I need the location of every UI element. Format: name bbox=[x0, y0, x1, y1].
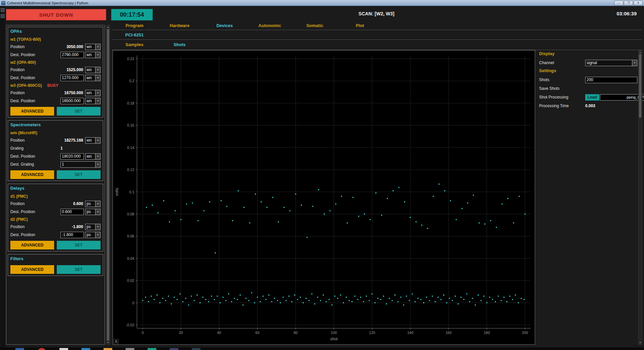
taskbar-icon[interactable] bbox=[170, 348, 178, 350]
tab-pci-6251[interactable]: PCI-6251 bbox=[112, 30, 157, 39]
svg-text:0.04: 0.04 bbox=[127, 256, 134, 260]
tab-hardware[interactable]: Hardware bbox=[157, 21, 202, 30]
dropdown-arrow-icon: ▼ bbox=[95, 44, 100, 50]
w2-dest-position-input[interactable] bbox=[60, 75, 84, 81]
tab-plot[interactable]: Plot bbox=[337, 21, 382, 30]
scroll-down-icon[interactable]: ▼ bbox=[107, 341, 110, 344]
w1-position-unit-select[interactable]: wn▼ bbox=[85, 44, 101, 50]
position-label: Position bbox=[10, 224, 59, 229]
position-label: Position bbox=[10, 67, 59, 72]
save-shots-row: Save Shots bbox=[539, 84, 637, 93]
d1-position-unit-select[interactable]: ps▼ bbox=[85, 201, 101, 207]
processing-file-field[interactable] bbox=[600, 94, 644, 101]
position-label: Position bbox=[10, 91, 59, 95]
tab-somatic[interactable]: Somatic bbox=[292, 21, 337, 30]
dropdown-arrow-icon: ▼ bbox=[95, 98, 100, 104]
dropdown-arrow-icon: ▼ bbox=[632, 60, 637, 66]
w3-position-unit-select[interactable]: wn▼ bbox=[85, 90, 101, 96]
taskbar-icon[interactable] bbox=[126, 348, 134, 350]
position-label: Position bbox=[10, 201, 59, 206]
scroll-up-icon[interactable]: ▲ bbox=[639, 50, 642, 54]
svg-text:shot: shot bbox=[330, 337, 338, 341]
dest-grating-label: Dest. Grating bbox=[10, 162, 59, 167]
wm-position-value: 18275.168 bbox=[60, 138, 84, 143]
tab-samples[interactable]: Samples bbox=[112, 40, 157, 50]
delays-set-button[interactable]: SET bbox=[57, 241, 101, 249]
w1-dest-position-input[interactable] bbox=[60, 52, 84, 58]
svg-text:0.16: 0.16 bbox=[127, 123, 134, 127]
opas-title: OPAs bbox=[10, 29, 101, 36]
autoscale-button[interactable]: A bbox=[114, 339, 119, 344]
filters-set-button[interactable]: SET bbox=[57, 265, 101, 274]
scroll-down-icon[interactable]: ▼ bbox=[639, 341, 642, 344]
w3-dest-unit-select[interactable]: wn▼ bbox=[85, 98, 101, 104]
d2-dest-unit-select[interactable]: ps▼ bbox=[85, 232, 101, 238]
svg-text:100: 100 bbox=[331, 331, 337, 335]
dest-position-label: Dest. Position bbox=[10, 232, 59, 237]
w2-dest-unit-select[interactable]: wn▼ bbox=[85, 75, 101, 81]
wm-dest-grating-select[interactable]: 1▼ bbox=[60, 161, 101, 168]
dropdown-arrow-icon: ▼ bbox=[95, 209, 100, 215]
background-icon bbox=[1, 14, 5, 18]
tab-shots[interactable]: Shots bbox=[157, 40, 202, 50]
w1-position-value: 3050.000 bbox=[60, 44, 84, 49]
sidebar-scrollbar[interactable]: ▲ ▼ bbox=[106, 25, 110, 345]
taskbar-icon[interactable] bbox=[104, 348, 112, 350]
w2-name: w2 (OPA-800) bbox=[10, 60, 36, 65]
scrollbar-thumb[interactable] bbox=[107, 29, 109, 341]
dropdown-arrow-icon: ▼ bbox=[95, 138, 100, 143]
close-button[interactable]: ✕ bbox=[634, 1, 643, 5]
svg-text:20: 20 bbox=[179, 331, 183, 335]
wm-position-unit-select[interactable]: wn▼ bbox=[85, 137, 101, 144]
load-script-button[interactable]: Load bbox=[585, 94, 599, 101]
desktop-edge-strip bbox=[0, 6, 5, 347]
w3-name: w3 (OPA-800CG) bbox=[10, 83, 42, 88]
w1-dest-unit-select[interactable]: wn▼ bbox=[85, 52, 101, 58]
w2-position-unit-select[interactable]: wn▼ bbox=[85, 67, 101, 73]
wm-dest-position-input[interactable] bbox=[60, 153, 84, 160]
channel-label: Channel bbox=[539, 60, 585, 65]
taskbar-icon[interactable] bbox=[37, 348, 46, 350]
tab-autonomic[interactable]: Autonomic bbox=[247, 21, 292, 30]
filters-advanced-button[interactable]: ADVANCED bbox=[10, 265, 54, 274]
taskbar-icon[interactable] bbox=[148, 348, 156, 350]
w3-busy-badge: BUSY bbox=[47, 83, 58, 88]
taskbar-icon[interactable] bbox=[82, 348, 90, 350]
taskbar-icon[interactable] bbox=[59, 348, 68, 350]
wm-dest-unit-select[interactable]: wn▼ bbox=[85, 153, 101, 160]
svg-text:60: 60 bbox=[255, 331, 259, 335]
taskbar-icon[interactable] bbox=[192, 348, 200, 350]
main-nav: Program Hardware Devices Autonomic Somat… bbox=[112, 21, 642, 30]
maximize-button[interactable]: ❐ bbox=[624, 1, 633, 5]
main-window: SHUT DOWN 00:17:54 SCAN: [W2, W3] 03:06:… bbox=[0, 6, 644, 347]
dropdown-arrow-icon: ▼ bbox=[95, 224, 100, 230]
shutdown-button[interactable]: SHUT DOWN bbox=[6, 9, 106, 20]
d1-dest-position-input[interactable] bbox=[60, 209, 84, 215]
spectrometers-set-button[interactable]: SET bbox=[57, 170, 101, 179]
opas-advanced-button[interactable]: ADVANCED bbox=[10, 107, 54, 116]
w2-position-value: 1525.000 bbox=[60, 67, 84, 72]
d2-dest-position-input[interactable] bbox=[60, 232, 84, 238]
d2-position-unit-select[interactable]: ps▼ bbox=[85, 224, 101, 230]
wm-grating-row: Grating 1 bbox=[10, 144, 101, 152]
scroll-up-icon[interactable]: ▲ bbox=[107, 25, 110, 29]
wm-grating-value: 1 bbox=[60, 146, 84, 151]
shots-input[interactable] bbox=[585, 77, 637, 83]
d1-dest-unit-select[interactable]: ps▼ bbox=[85, 209, 101, 215]
taskbar-icon[interactable] bbox=[15, 348, 24, 350]
wm-name: wm (MicroHR) bbox=[10, 131, 37, 135]
spectrometers-advanced-button[interactable]: ADVANCED bbox=[10, 170, 54, 179]
dest-position-label: Dest. Position bbox=[10, 209, 59, 214]
tab-program[interactable]: Program bbox=[112, 21, 157, 30]
tab-devices[interactable]: Devices bbox=[202, 21, 247, 30]
device-tabs: PCI-6251 bbox=[112, 30, 642, 40]
main-scrollbar[interactable]: ▲ ▼ bbox=[638, 50, 642, 345]
scrollbar-thumb[interactable] bbox=[639, 54, 641, 118]
shots-scatter-plot[interactable]: 0204060801001201401601802000.220.20.180.… bbox=[113, 50, 535, 345]
opas-set-button[interactable]: SET bbox=[57, 107, 101, 116]
minimize-button[interactable]: — bbox=[614, 1, 623, 5]
system-clock: 03:06:39 bbox=[617, 11, 637, 16]
channel-select[interactable]: signal▼ bbox=[585, 60, 637, 66]
delays-advanced-button[interactable]: ADVANCED bbox=[10, 241, 54, 249]
w3-dest-position-input[interactable] bbox=[60, 98, 84, 104]
